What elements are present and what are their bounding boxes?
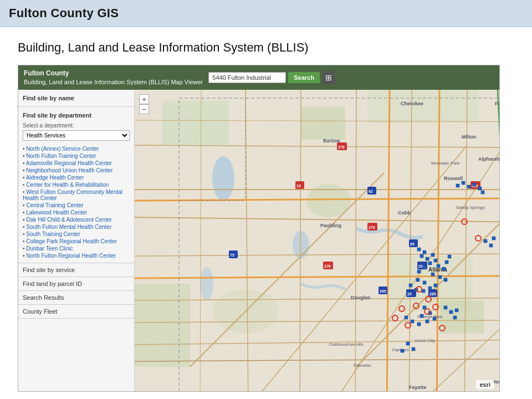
svg-rect-104	[442, 267, 446, 270]
svg-rect-103	[417, 270, 421, 273]
dept-select[interactable]: Health Services Parks & Recreation Publi…	[23, 130, 130, 141]
svg-rect-106	[448, 255, 451, 258]
svg-rect-124	[489, 244, 493, 247]
search-results[interactable]: Search Results	[18, 291, 134, 305]
svg-rect-102	[423, 266, 426, 269]
map-sidebar: Find site by name Find site by departmen…	[18, 90, 135, 392]
svg-rect-3	[367, 90, 478, 123]
dept-label: Select a department:	[23, 122, 130, 129]
site-link[interactable]: Central Training Center	[23, 202, 130, 209]
svg-text:20: 20	[407, 292, 412, 296]
svg-rect-6	[135, 284, 190, 367]
find-by-service[interactable]: Find site by service	[18, 263, 134, 277]
svg-text:20: 20	[418, 264, 423, 268]
svg-rect-138	[406, 342, 410, 345]
svg-rect-133	[405, 316, 408, 319]
map-search-input[interactable]	[208, 72, 286, 83]
svg-rect-99	[434, 259, 437, 262]
svg-rect-94	[417, 248, 421, 251]
find-by-name-header[interactable]: Find site by name	[23, 93, 130, 103]
svg-rect-111	[416, 278, 420, 282]
site-link[interactable]: Oak Hill Child & Adolescent Center	[23, 216, 130, 223]
svg-rect-122	[481, 191, 484, 194]
site-link[interactable]: Center for Health & Rehabilitation	[23, 181, 130, 188]
county-fleet[interactable]: County Fleet	[18, 305, 134, 319]
app-header: Fulton County GIS	[0, 0, 532, 27]
svg-rect-96	[420, 254, 423, 258]
svg-text:75: 75	[230, 253, 234, 257]
svg-rect-134	[444, 306, 447, 309]
site-link[interactable]: South Training Center	[23, 231, 130, 238]
svg-text:285: 285	[380, 289, 386, 293]
svg-rect-136	[455, 309, 458, 312]
svg-text:19: 19	[296, 184, 301, 188]
svg-text:Cobb: Cobb	[398, 210, 411, 216]
svg-text:Chattahoochee Hills: Chattahoochee Hills	[329, 342, 364, 346]
map-search-button[interactable]: Search	[288, 72, 320, 83]
svg-rect-130	[417, 323, 421, 326]
find-by-parcel[interactable]: Find land by parcel ID	[18, 277, 134, 291]
svg-rect-97	[426, 257, 429, 260]
map-viewer: Fulton County Building, Land and Lease I…	[18, 65, 500, 392]
svg-rect-110	[423, 281, 426, 284]
map-svg: Cherokee Forsyth Bartow Milton Mountain …	[135, 90, 499, 392]
page-subtitle: Building, Land and Lease Information Sys…	[18, 40, 514, 55]
dept-section-content: Select a department: Health Services Par…	[23, 120, 130, 143]
svg-text:Alpharetta: Alpharetta	[478, 156, 499, 162]
svg-rect-95	[423, 250, 426, 254]
site-link[interactable]: Lakewood Health Center	[23, 209, 130, 216]
site-link[interactable]: North Fulton Regional Health Center	[23, 252, 130, 259]
svg-text:285: 285	[429, 292, 436, 296]
map-search-box: Search ⊞	[208, 71, 335, 84]
svg-text:Milton: Milton	[462, 134, 477, 140]
svg-point-9	[212, 156, 234, 201]
svg-text:Sandy Springs: Sandy Springs	[456, 205, 485, 210]
svg-rect-120	[473, 183, 476, 186]
svg-text:Cherokee: Cherokee	[401, 101, 423, 106]
site-link[interactable]: Neighborhood Union Health Center	[23, 167, 130, 174]
svg-rect-132	[411, 320, 414, 323]
svg-rect-98	[431, 253, 434, 257]
site-link[interactable]: College Park Regional Health Center	[23, 238, 130, 245]
svg-rect-119	[467, 185, 470, 188]
site-link[interactable]: Aldredge Health Center	[23, 174, 130, 181]
site-link[interactable]: North Fulton Training Center	[23, 152, 130, 160]
site-link[interactable]: Dunbar Teen Clinic	[23, 245, 130, 252]
svg-text:Douglas: Douglas	[351, 295, 371, 300]
svg-text:Roswell: Roswell	[444, 176, 463, 181]
svg-text:278: 278	[338, 145, 345, 149]
svg-point-11	[200, 267, 213, 300]
site-link[interactable]: North (Annex) Service Center	[23, 145, 130, 152]
svg-text:85: 85	[410, 242, 415, 246]
zoom-in-button[interactable]: +	[139, 94, 149, 104]
svg-rect-8	[439, 300, 484, 334]
svg-rect-109	[444, 278, 447, 282]
svg-rect-118	[462, 181, 465, 185]
site-link[interactable]: South Fulton Mental Health Center	[23, 223, 130, 231]
svg-rect-1	[162, 101, 229, 145]
svg-rect-107	[431, 273, 434, 276]
site-link[interactable]: Adamsville Regional Health Center	[23, 160, 130, 167]
svg-text:278: 278	[369, 226, 375, 229]
svg-rect-140	[401, 349, 404, 352]
map-zoom-controls: + −	[139, 94, 149, 114]
find-by-name-section: Find site by name	[18, 90, 134, 107]
branding-line1: Fulton County	[24, 69, 203, 78]
site-link[interactable]: West Fulton County Community Mental Heal…	[23, 188, 130, 202]
map-branding: Fulton County Building, Land and Lease I…	[24, 69, 203, 86]
main-content: Building, Land and Lease Information Sys…	[0, 27, 532, 399]
zoom-out-button[interactable]: −	[139, 104, 149, 114]
svg-text:Mountain Park: Mountain Park	[431, 161, 461, 166]
svg-rect-117	[456, 184, 459, 187]
esri-logo: esri	[476, 380, 494, 389]
map-body: Find site by name Find site by departmen…	[18, 90, 499, 392]
find-by-dept-header[interactable]: Find site by department	[23, 110, 130, 120]
map-grid-button[interactable]: ⊞	[322, 71, 335, 84]
map-canvas[interactable]: + −	[135, 90, 499, 392]
svg-rect-115	[428, 287, 432, 290]
branding-line2: Building, Land and Lease Information Sys…	[24, 78, 203, 86]
svg-text:Palmetto: Palmetto	[354, 363, 371, 368]
svg-rect-131	[433, 317, 436, 320]
find-by-dept-section: Find site by department Select a departm…	[18, 107, 134, 263]
svg-text:278: 278	[324, 264, 331, 268]
